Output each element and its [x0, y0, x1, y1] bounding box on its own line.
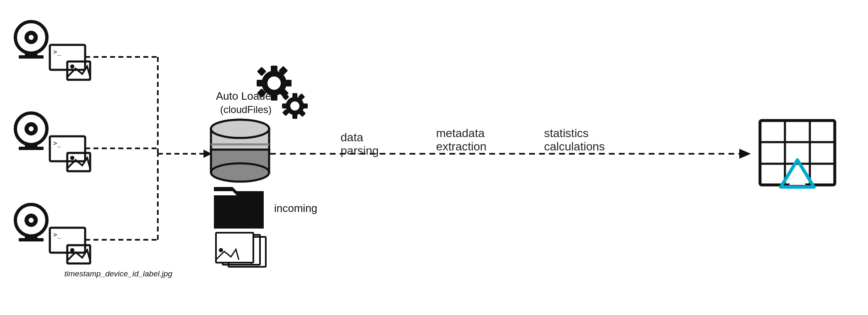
svg-point-11 [29, 126, 34, 131]
svg-point-60 [211, 120, 269, 138]
svg-rect-22 [19, 238, 44, 241]
svg-point-45 [290, 101, 299, 111]
svg-text:(cloudFiles): (cloudFiles) [220, 104, 272, 115]
svg-rect-65 [216, 233, 253, 263]
svg-point-35 [267, 76, 281, 90]
svg-text:>_: >_ [53, 139, 61, 147]
diagram-container: >_ >_ [0, 0, 868, 315]
autoloader-group: Auto Loader (cloudFiles) incoming [211, 66, 317, 267]
camera-2: >_ [15, 113, 90, 171]
file-label: timestamp_device_id_label.jpg [64, 269, 172, 278]
svg-rect-13 [19, 147, 44, 150]
step-data-parsing: data [341, 131, 363, 144]
delta-table-output [760, 121, 835, 187]
svg-rect-46 [292, 93, 297, 98]
svg-point-59 [211, 163, 269, 182]
svg-marker-68 [739, 149, 751, 159]
svg-point-20 [29, 218, 34, 223]
svg-point-17 [70, 156, 74, 160]
svg-rect-38 [284, 80, 292, 86]
svg-rect-57 [211, 143, 269, 145]
svg-point-66 [219, 248, 223, 252]
svg-point-8 [70, 64, 74, 69]
camera-3: >_ timestamp_device_id_label.jpg [15, 204, 172, 278]
svg-rect-39 [257, 80, 264, 86]
svg-rect-4 [19, 55, 44, 59]
svg-text:parsing: parsing [341, 144, 379, 157]
svg-rect-48 [302, 103, 308, 108]
svg-rect-47 [292, 113, 297, 119]
svg-point-2 [29, 35, 34, 40]
camera-1: >_ [15, 22, 90, 80]
svg-text:calculations: calculations [544, 140, 605, 153]
autoloader-label: Auto Loader [216, 90, 275, 102]
svg-point-26 [70, 248, 74, 252]
svg-rect-36 [271, 66, 277, 73]
step-statistics-calculations: statistics [544, 127, 588, 140]
svg-text:extraction: extraction [436, 140, 486, 153]
svg-text:>_: >_ [53, 48, 61, 56]
svg-text:>_: >_ [53, 231, 61, 239]
folder-incoming-label: incoming [274, 202, 317, 214]
step-metadata-extraction: metadata [436, 127, 485, 140]
svg-rect-49 [282, 103, 287, 108]
